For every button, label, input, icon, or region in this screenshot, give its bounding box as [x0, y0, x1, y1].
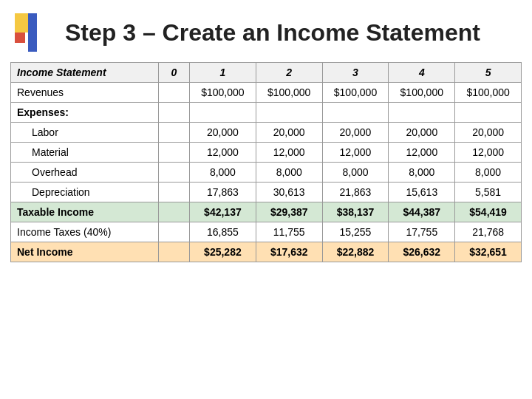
- cell-5: 12,000: [455, 143, 522, 163]
- cell-1: 12,000: [190, 143, 256, 163]
- cell-1: 8,000: [190, 163, 256, 183]
- cell-4: $100,000: [389, 83, 455, 103]
- col-header-4: 4: [389, 63, 455, 83]
- row-label: Expenses:: [11, 103, 159, 123]
- cell-0: [159, 183, 190, 202]
- cell-1: $25,282: [190, 242, 256, 262]
- col-header-1: 1: [190, 63, 256, 83]
- cell-4: 12,000: [389, 143, 455, 163]
- table-row: Depreciation 17,863 30,613 21,863 15,613…: [11, 183, 522, 202]
- cell-5: $100,000: [455, 83, 522, 103]
- cell-2: 30,613: [256, 183, 322, 202]
- header: Step 3 – Create an Income Statement: [0, 0, 532, 62]
- cell-2: $17,632: [256, 242, 322, 262]
- cell-3: $38,137: [322, 202, 389, 222]
- cell-3: $22,882: [322, 242, 389, 262]
- cell-3: 8,000: [322, 163, 389, 183]
- logo-icon: [15, 13, 53, 52]
- cell-3: 12,000: [322, 143, 389, 163]
- row-label: Income Taxes (40%): [11, 222, 159, 242]
- cell-4: 15,613: [389, 183, 455, 202]
- table-header-row: Income Statement 0 1 2 3 4 5: [11, 63, 522, 83]
- table-row: Taxable Income $42,137 $29,387 $38,137 $…: [11, 202, 522, 222]
- col-header-3: 3: [322, 63, 389, 83]
- row-label: Overhead: [11, 163, 159, 183]
- cell-2: 20,000: [256, 123, 322, 143]
- cell-5: 5,581: [455, 183, 522, 202]
- col-header-2: 2: [256, 63, 322, 83]
- cell-2: $29,387: [256, 202, 322, 222]
- cell-0: [159, 143, 190, 163]
- row-label: Net Income: [11, 242, 159, 262]
- cell-5: $32,651: [455, 242, 522, 262]
- cell-2: 12,000: [256, 143, 322, 163]
- cell-0: [159, 222, 190, 242]
- row-label: Depreciation: [11, 183, 159, 202]
- cell-1: $42,137: [190, 202, 256, 222]
- cell-5: [455, 103, 522, 123]
- cell-3: $100,000: [322, 83, 389, 103]
- row-label: Taxable Income: [11, 202, 159, 222]
- row-label: Material: [11, 143, 159, 163]
- col-header-5: 5: [455, 63, 522, 83]
- cell-5: 8,000: [455, 163, 522, 183]
- cell-1: $100,000: [190, 83, 256, 103]
- cell-3: 20,000: [322, 123, 389, 143]
- table-row: Revenues $100,000 $100,000 $100,000 $100…: [11, 83, 522, 103]
- cell-1: 20,000: [190, 123, 256, 143]
- col-header-label: Income Statement: [11, 63, 159, 83]
- cell-3: 15,255: [322, 222, 389, 242]
- table-row: Income Taxes (40%) 16,855 11,755 15,255 …: [11, 222, 522, 242]
- cell-0: [159, 163, 190, 183]
- page-title: Step 3 – Create an Income Statement: [65, 19, 480, 47]
- table-row: Overhead 8,000 8,000 8,000 8,000 8,000: [11, 163, 522, 183]
- cell-3: [322, 103, 389, 123]
- cell-3: 21,863: [322, 183, 389, 202]
- cell-0: [159, 123, 190, 143]
- cell-5: $54,419: [455, 202, 522, 222]
- cell-4: $44,387: [389, 202, 455, 222]
- cell-4: 20,000: [389, 123, 455, 143]
- col-header-0: 0: [159, 63, 190, 83]
- cell-0: [159, 83, 190, 103]
- cell-4: [389, 103, 455, 123]
- cell-5: 20,000: [455, 123, 522, 143]
- income-statement-table: Income Statement 0 1 2 3 4 5 Revenues $1…: [10, 62, 522, 262]
- row-label: Labor: [11, 123, 159, 143]
- cell-0: [159, 103, 190, 123]
- cell-2: [256, 103, 322, 123]
- table-row: Material 12,000 12,000 12,000 12,000 12,…: [11, 143, 522, 163]
- cell-1: [190, 103, 256, 123]
- cell-1: 17,863: [190, 183, 256, 202]
- table-row: Expenses:: [11, 103, 522, 123]
- cell-2: $100,000: [256, 83, 322, 103]
- cell-4: $26,632: [389, 242, 455, 262]
- row-label: Revenues: [11, 83, 159, 103]
- table-row: Labor 20,000 20,000 20,000 20,000 20,000: [11, 123, 522, 143]
- cell-1: 16,855: [190, 222, 256, 242]
- cell-2: 11,755: [256, 222, 322, 242]
- cell-5: 21,768: [455, 222, 522, 242]
- cell-4: 8,000: [389, 163, 455, 183]
- cell-0: [159, 242, 190, 262]
- table-wrapper: Income Statement 0 1 2 3 4 5 Revenues $1…: [0, 62, 532, 270]
- table-row: Net Income $25,282 $17,632 $22,882 $26,6…: [11, 242, 522, 262]
- cell-0: [159, 202, 190, 222]
- cell-4: 17,755: [389, 222, 455, 242]
- cell-2: 8,000: [256, 163, 322, 183]
